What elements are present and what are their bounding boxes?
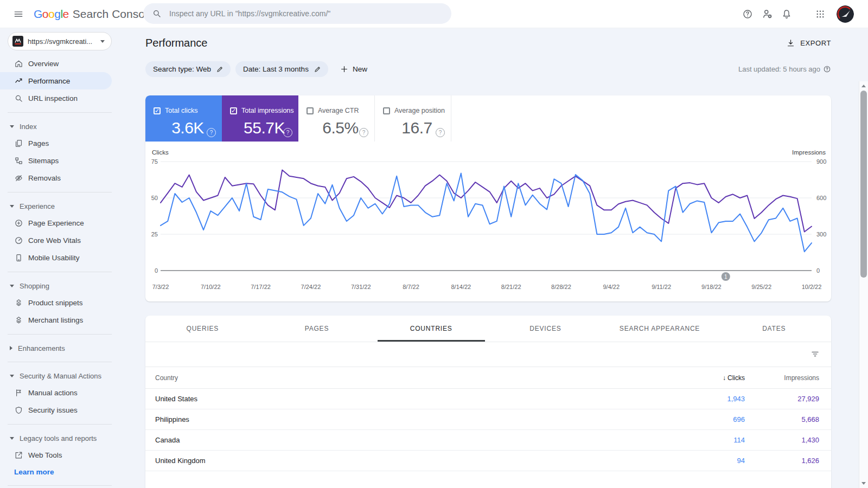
- hamburger-menu-button[interactable]: [10, 5, 27, 23]
- metric-help-icon[interactable]: ?: [207, 128, 216, 137]
- sidebar-section-experience[interactable]: Experience: [0, 198, 135, 214]
- table-filter-button[interactable]: [810, 349, 820, 361]
- sidebar-item-core-web-vitals[interactable]: Core Web Vitals: [0, 232, 112, 249]
- chip-label: Search type: Web: [153, 65, 211, 73]
- metric-card-total-clicks[interactable]: ✓Total clicks3.6K?: [145, 95, 222, 142]
- scroll-down-button[interactable]: [859, 479, 868, 487]
- property-selector[interactable]: https://svgmkcreati...: [8, 32, 112, 50]
- table-row[interactable]: United States1,94327,929: [145, 389, 831, 409]
- last-updated-text: Last updated: 5 hours ago: [738, 65, 820, 73]
- sidebar-item-sitemaps[interactable]: Sitemaps: [0, 152, 112, 169]
- table-row[interactable]: Canada1141,430: [145, 430, 831, 451]
- x-axis-tick: 8/14/22: [451, 284, 471, 290]
- sidebar-divider: [8, 362, 112, 362]
- table-row[interactable]: United Kingdom941,626: [145, 451, 831, 471]
- tab-devices[interactable]: DEVICES: [488, 316, 603, 342]
- checkbox-unchecked-icon: [307, 107, 314, 114]
- filter-chip-search-type[interactable]: Search type: Web: [145, 61, 231, 77]
- metric-card-average-position[interactable]: Average position16.7?: [375, 95, 451, 142]
- sidebar-section-enhancements[interactable]: Enhancements: [0, 340, 135, 356]
- sidebar-item-product-snippets[interactable]: Product snippets: [0, 294, 112, 311]
- scrollbar-thumb[interactable]: [860, 91, 867, 278]
- help-button[interactable]: [738, 4, 757, 24]
- url-inspection-searchbar[interactable]: [143, 3, 451, 24]
- export-button[interactable]: EXPORT: [786, 38, 831, 48]
- sidebar-section-legacy-tools-and-reports[interactable]: Legacy tools and reports: [0, 430, 135, 446]
- left-axis-tick: 50: [151, 195, 158, 201]
- logo-letter: o: [48, 8, 54, 20]
- sidebar-item-performance[interactable]: Performance: [0, 72, 112, 89]
- sidebar-item-mobile-usability[interactable]: Mobile Usability: [0, 249, 112, 266]
- vertical-scrollbar[interactable]: [859, 81, 868, 488]
- scroll-up-button[interactable]: [859, 82, 868, 90]
- sidebar-section-security-manual-actions[interactable]: Security & Manual Actions: [0, 368, 135, 384]
- clicks-impressions-chart: 00253005060075900ClicksImpressions7/3/22…: [145, 142, 831, 301]
- sidebar-item-manual-actions[interactable]: Manual actions: [0, 384, 112, 401]
- chevron-down-icon: [10, 125, 14, 128]
- x-axis-tick: 9/11/22: [652, 284, 671, 290]
- metric-card-average-ctr[interactable]: Average CTR6.5%?: [298, 95, 375, 142]
- filter-chips: Search type: WebDate: Last 3 months: [145, 61, 333, 77]
- impressions-column-header[interactable]: Impressions: [745, 374, 831, 382]
- metric-help-icon[interactable]: ?: [359, 128, 368, 137]
- chevron-down-icon: [10, 285, 14, 287]
- sidebar-item-security-issues[interactable]: Security issues: [0, 401, 112, 419]
- user-settings-button[interactable]: [757, 4, 777, 24]
- tab-queries[interactable]: QUERIES: [145, 316, 260, 342]
- notifications-button[interactable]: [777, 4, 796, 24]
- metric-card-total-impressions[interactable]: ✓Total impressions55.7K?: [222, 95, 298, 142]
- sidebar-item-web-tools[interactable]: Web Tools: [0, 446, 112, 464]
- right-axis-label: Impressions: [792, 149, 826, 156]
- sidebar-item-removals[interactable]: Removals: [0, 169, 112, 187]
- x-axis-tick: 10/2/22: [802, 284, 822, 290]
- clicks-cell: 696: [680, 415, 745, 423]
- sidebar-divider: [8, 485, 112, 486]
- tab-pages[interactable]: PAGES: [260, 316, 374, 342]
- url-inspect-input[interactable]: [168, 9, 443, 18]
- flag-icon: [14, 388, 23, 397]
- info-icon[interactable]: [823, 65, 831, 73]
- logo-letter: G: [34, 8, 42, 20]
- filter-chip-date[interactable]: Date: Last 3 months: [235, 61, 328, 77]
- left-axis-tick: 0: [155, 267, 158, 274]
- chip-label: Date: Last 3 months: [243, 65, 309, 73]
- metric-card-header: Average position: [383, 107, 451, 114]
- new-filter-button[interactable]: New: [340, 65, 367, 74]
- tab-countries[interactable]: COUNTRIES: [374, 316, 488, 342]
- sidebar-item-url-inspection[interactable]: URL inspection: [0, 89, 112, 107]
- tab-dates[interactable]: DATES: [717, 316, 831, 342]
- avatar-image: [837, 5, 854, 23]
- country-cell: United States: [155, 395, 680, 403]
- product-name: Search Console: [73, 8, 154, 21]
- google-apps-button[interactable]: [810, 4, 830, 24]
- metric-help-icon[interactable]: ?: [436, 128, 445, 137]
- sidebar-item-page-experience[interactable]: Page Experience: [0, 214, 112, 232]
- table-row[interactable]: Philippines6965,668: [145, 409, 831, 430]
- metric-label: Average position: [394, 107, 445, 114]
- metric-cards: ✓Total clicks3.6K?✓Total impressions55.7…: [145, 95, 831, 142]
- eye-off-icon: [14, 174, 23, 183]
- account-avatar[interactable]: [837, 5, 854, 23]
- sidebar-nav: OverviewPerformanceURL inspectionIndexPa…: [0, 55, 135, 488]
- performance-chart-panel: ✓Total clicks3.6K?✓Total impressions55.7…: [145, 95, 831, 301]
- bell-icon: [781, 9, 792, 20]
- sidebar-item-label: Manual actions: [28, 389, 78, 397]
- tab-search-appearance[interactable]: SEARCH APPEARANCE: [603, 316, 717, 342]
- left-axis-label: Clicks: [152, 149, 169, 156]
- clicks-column-header[interactable]: ↓Clicks: [680, 374, 745, 382]
- sidebar: https://svgmkcreati... OverviewPerforman…: [0, 28, 135, 488]
- sidebar-section-index[interactable]: Index: [0, 118, 135, 134]
- learn-more-link[interactable]: Learn more: [0, 464, 135, 480]
- export-label: EXPORT: [800, 39, 831, 47]
- x-axis-tick: 7/3/22: [152, 284, 169, 290]
- property-url-label: https://svgmkcreati...: [28, 37, 96, 46]
- sidebar-item-merchant-listings[interactable]: Merchant listings: [0, 311, 112, 329]
- last-updated: Last updated: 5 hours ago: [738, 65, 831, 73]
- plus-icon: [340, 65, 349, 74]
- sidebar-item-overview[interactable]: Overview: [0, 55, 112, 72]
- sidebar-section-shopping[interactable]: Shopping: [0, 278, 135, 294]
- sidebar-item-pages[interactable]: Pages: [0, 134, 112, 152]
- metric-help-icon[interactable]: ?: [283, 128, 292, 137]
- download-icon: [786, 38, 795, 48]
- sidebar-item-label: Page Experience: [28, 219, 84, 227]
